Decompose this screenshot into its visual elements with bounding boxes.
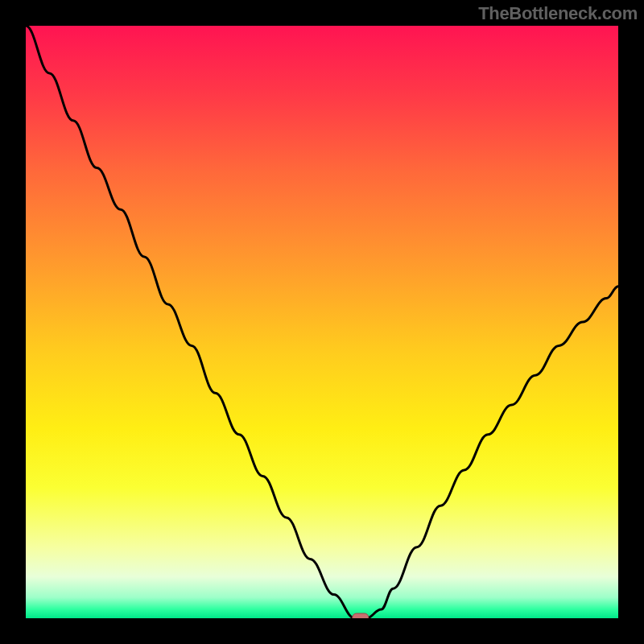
plot-area bbox=[26, 26, 618, 618]
gradient-background bbox=[26, 26, 618, 618]
chart-svg bbox=[26, 26, 618, 618]
watermark-text: TheBottleneck.com bbox=[478, 3, 638, 24]
chart-frame: TheBottleneck.com bbox=[0, 0, 644, 644]
minimum-marker bbox=[353, 613, 369, 618]
